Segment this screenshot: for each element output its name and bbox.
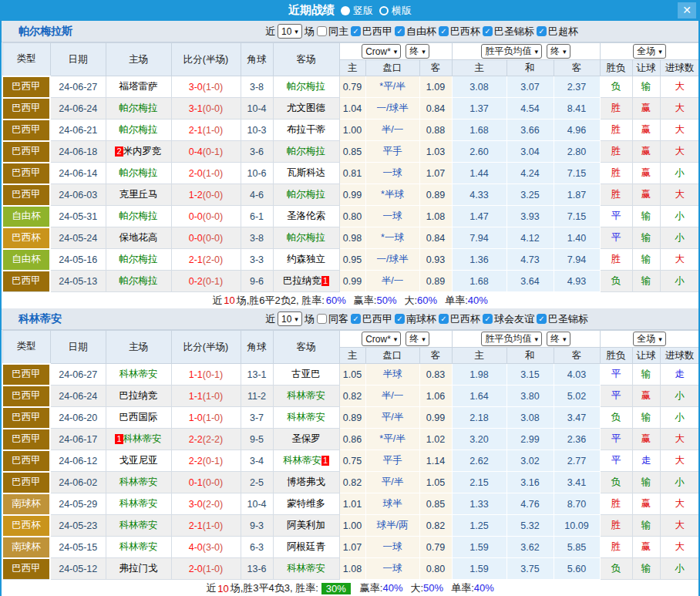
league-checkbox-4[interactable]: ✓巴圣锦标 [537,312,588,326]
same-away-checkbox[interactable]: 同客 [317,312,348,326]
avg-home: 2.62 [452,450,506,472]
corners: 10-3 [241,120,273,141]
vertical-layout-radio[interactable]: 竖版 [341,4,373,18]
table-row: 南球杯24-05-15科林蒂安4-0(3-0)6-3阿根廷青1.07一球0.79… [2,537,699,558]
home-team: 科林蒂安 [106,537,171,558]
match-score: 2-0(1-0) [171,558,241,580]
checkbox-checked-icon: ✓ [537,26,547,36]
avg-draw: 3.04 [506,141,554,163]
water-home: 0.82 [339,472,365,493]
col-type: 类型 [2,331,50,364]
result: 平 [600,206,632,227]
avg-stage-select[interactable]: 终▾ [547,44,570,59]
same-home-checkbox[interactable]: 同主 [317,25,348,39]
match-score: 1-1(1-0) [171,386,241,407]
team1-filter-row: 帕尔梅拉斯 近 10▾ 场 同主 ✓巴西甲 ✓自由杯 ✓巴西杯 ✓巴圣锦标 ✓巴… [2,21,698,42]
water-away: 0.89 [419,184,452,206]
avg-home: 4.33 [452,184,506,206]
away-team: 蒙特维多 [273,493,339,515]
goals-result: 小 [660,386,699,407]
match-score: 2-0(1-0) [171,163,241,184]
avg-draw: 3.07 [506,76,554,98]
goals-result: 大 [660,515,699,537]
water-home: 0.82 [339,386,365,407]
handicap: 平手 [365,450,419,472]
league-checkbox-1[interactable]: ✓自由杯 [395,25,436,39]
checkbox-unchecked-icon [317,314,327,324]
odds-stage-select[interactable]: 终▾ [406,44,429,59]
avg-type-select[interactable]: 胜平负均值▾ [481,332,542,346]
away-team: 约森独立 [273,249,339,271]
col-date: 日期 [50,331,106,364]
table-row: 巴西杯24-05-24保地花高0-0(0-0)3-8帕尔梅拉0.98*一球0.8… [2,227,699,249]
water-home: 1.00 [339,120,365,141]
checkbox-checked-icon: ✓ [351,26,361,36]
match-type-badge: 自由杯 [2,249,50,271]
scope-select[interactable]: 全场▾ [633,332,666,346]
away-team: 阿美利加 [273,515,339,537]
chevron-down-icon: ▾ [394,335,398,343]
chevron-down-icon: ▾ [422,48,426,56]
avg-stage-select[interactable]: 终▾ [547,332,570,346]
corners: 11-2 [241,386,273,407]
handicap-result: 输 [632,206,660,227]
match-date: 24-06-24 [50,98,106,120]
games-count-select[interactable]: 10▾ [278,24,302,39]
avg-type-select[interactable]: 胜平负均值▾ [481,44,542,59]
match-type-badge: 巴西甲 [2,184,50,206]
league-checkbox-0[interactable]: ✓巴西甲 [351,312,392,326]
result: 负 [600,271,632,292]
odds-stage-select[interactable]: 终▾ [406,332,429,346]
avg-home: 1.68 [452,120,506,141]
avg-away: 10.09 [554,515,600,537]
handicap: 平手 [365,141,419,163]
away-team: 阿根廷青 [273,537,339,558]
match-type-badge: 巴西甲 [2,163,50,184]
match-date: 24-06-21 [50,120,106,141]
scope-select[interactable]: 全场▾ [633,44,666,59]
odds-company-select[interactable]: Crow*▾ [362,44,401,59]
col-date: 日期 [50,43,106,76]
away-team: 科林蒂安 [273,386,339,407]
water-away: 1.09 [419,76,452,98]
match-date: 24-06-14 [50,163,106,184]
water-away: 1.08 [419,206,452,227]
league-checkbox-2[interactable]: ✓巴西杯 [439,312,480,326]
checkbox-checked-icon: ✓ [395,26,405,36]
col-goals: 进球数 [660,60,699,76]
avg-away: 8.70 [554,493,600,515]
league-checkbox-0[interactable]: ✓巴西甲 [351,25,392,39]
league-checkbox-1[interactable]: ✓南球杯 [395,312,436,326]
goals-result: 小 [660,558,699,580]
league-checkbox-2[interactable]: ✓巴西杯 [439,25,480,39]
goals-result: 大 [660,98,699,120]
water-away: 0.79 [419,537,452,558]
checkbox-unchecked-icon [317,26,327,36]
corners: 9-6 [241,271,273,292]
odds-company-select[interactable]: Crow*▾ [362,332,401,346]
league-checkbox-3[interactable]: ✓巴圣锦标 [483,25,534,39]
water-home: 0.81 [339,163,365,184]
horizontal-layout-radio[interactable]: 横版 [379,4,412,18]
corners: 10-4 [241,98,273,120]
home-team: 帕尔梅拉 [106,98,171,120]
table-row: 巴西甲24-06-14帕尔梅拉2-0(1-0)10-6瓦斯科达0.81一球1.0… [2,163,699,184]
close-button[interactable]: ✕ [678,2,696,19]
goals-result: 大 [660,450,699,472]
match-score: 2-1(1-0) [171,120,241,141]
col-away: 客场 [273,331,339,364]
water-away: 0.88 [419,120,452,141]
match-type-badge: 巴西甲 [2,120,50,141]
handicap: *一球 [365,227,419,249]
checkbox-checked-icon: ✓ [439,26,449,36]
home-team: 1科林蒂安 [106,429,171,450]
avg-home: 1.98 [452,364,506,386]
league-checkbox-4[interactable]: ✓巴超杯 [537,25,578,39]
games-count-select[interactable]: 10▾ [278,311,302,326]
handicap: 半/一 [365,386,419,407]
corners: 6-1 [241,206,273,227]
league-checkbox-3[interactable]: ✓球会友谊 [483,312,534,326]
match-date: 24-06-27 [50,364,106,386]
handicap: 球半/两 [365,515,419,537]
match-date: 24-05-29 [50,493,106,515]
